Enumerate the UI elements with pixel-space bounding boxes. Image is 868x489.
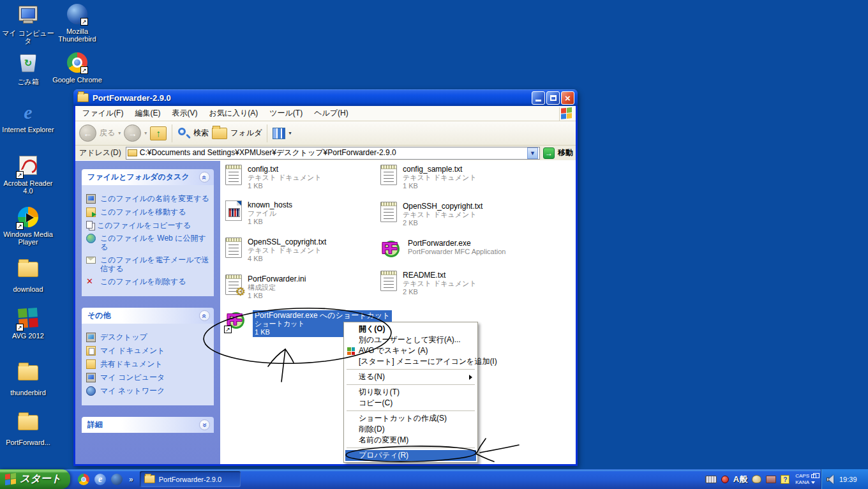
back-button[interactable]: ← <box>79 124 96 142</box>
folder-icon <box>17 415 39 437</box>
context-add-to-start-menu[interactable]: [スタート] メニューにアイコンを追加(I) <box>345 356 476 367</box>
file-config-sample-txt[interactable]: config_sample.txtテキスト ドキュメント1 KB <box>380 165 477 190</box>
file-portforwarder-ini[interactable]: PortForwarder.ini構成設定1 KB <box>225 275 306 300</box>
chrome-quicklaunch-icon[interactable] <box>78 474 89 485</box>
title-bar[interactable]: PortForwarder-2.9.0 × <box>73 89 578 106</box>
folders-label[interactable]: フォルダ <box>230 128 262 139</box>
text-file-icon <box>380 202 397 222</box>
desktop-icon-portforward-folder[interactable]: PortForward... <box>1 411 55 446</box>
desktop-icon-acrobat-reader[interactable]: Acrobat Reader 4.0 <box>1 154 55 195</box>
context-open[interactable]: 開く(O) <box>345 324 476 335</box>
menu-favorites[interactable]: お気に入り(A) <box>203 106 264 121</box>
menu-bar: ファイル(F) 編集(E) 表示(V) お気に入り(A) ツール(T) ヘルプ(… <box>75 106 576 121</box>
panel-other-places-header[interactable]: その他 <box>82 308 214 324</box>
context-run-as[interactable]: 別のユーザーとして実行(A)... <box>345 335 476 345</box>
context-send-to[interactable]: 送る(N) <box>345 372 476 382</box>
context-properties[interactable]: プロパティ(R) <box>345 450 476 461</box>
address-folder-icon <box>128 149 137 156</box>
file-openssl-copyright[interactable]: OpenSSL_copyright.txtテキスト ドキュメント4 KB <box>225 237 326 263</box>
search-label[interactable]: 検索 <box>193 128 209 139</box>
ie-quicklaunch-icon[interactable]: e <box>94 474 106 485</box>
menu-help[interactable]: ヘルプ(H) <box>308 106 354 121</box>
maximize-button[interactable] <box>546 91 560 105</box>
address-dropdown-icon[interactable]: ▼ <box>527 147 538 159</box>
avg-icon <box>347 347 355 355</box>
panel-file-tasks-header[interactable]: ファイルとフォルダのタスク <box>82 169 214 185</box>
context-copy[interactable]: コピー(C) <box>345 398 476 409</box>
notification-area: A般 CAPS KANA 19:39 <box>705 469 868 489</box>
my-computer-icon <box>17 6 39 27</box>
task-copy-file[interactable]: このファイルをコピーする <box>86 221 209 230</box>
collapse-chevron-icon[interactable] <box>199 310 210 321</box>
task-rename-file[interactable]: このファイルの名前を変更する <box>86 194 209 204</box>
folders-icon[interactable] <box>212 128 227 139</box>
dropdown-arrow-icon[interactable] <box>811 481 815 484</box>
file-readme-txt[interactable]: README.txtテキスト ドキュメント2 KB <box>380 271 477 296</box>
desktop-icon-mozilla-thunderbird[interactable]: Mozilla Thunderbird <box>50 4 104 43</box>
collapse-chevron-icon[interactable] <box>199 172 210 183</box>
link-my-network[interactable]: マイ ネットワーク <box>86 386 209 396</box>
desktop-icon-avg-2012[interactable]: AVG 2012 <box>1 307 55 340</box>
link-shared-documents[interactable]: 共有ドキュメント <box>86 359 209 369</box>
context-rename[interactable]: 名前の変更(M) <box>345 435 476 446</box>
start-button[interactable]: スタート <box>0 469 70 489</box>
panel-other-places: その他 デスクトップ マイ ドキュメント 共有ドキュメント マイ コンピュータ … <box>82 308 214 405</box>
forward-button[interactable]: → <box>124 124 141 142</box>
desktop-icon-windows-media-player[interactable]: Windows Media Player <box>1 207 55 246</box>
task-move-file[interactable]: このファイルを移動する <box>86 207 209 217</box>
desktop-icon-my-computer[interactable]: マイ コンピュータ <box>1 4 55 45</box>
portforwarder-shortcut-icon: PF <box>225 310 247 332</box>
expand-chevron-icon[interactable] <box>199 419 210 430</box>
menu-edit[interactable]: 編集(E) <box>129 106 166 121</box>
context-avg-scan[interactable]: AVG でスキャン (A) <box>345 345 476 356</box>
panel-details-header[interactable]: 詳細 <box>82 417 214 433</box>
link-desktop[interactable]: デスクトップ <box>86 333 209 342</box>
clock[interactable]: 19:39 <box>839 476 857 483</box>
taskbar-button-portforwarder[interactable]: PortForwarder-2.9.0 <box>140 471 241 487</box>
address-input[interactable]: C:¥Documents and Settings¥XPMUser¥デスクトップ… <box>126 147 540 160</box>
my-network-icon <box>86 386 96 396</box>
task-email-file[interactable]: このファイルを電子メールで送信する <box>86 255 209 273</box>
ime-mode-indicator[interactable]: A般 <box>733 474 747 485</box>
link-my-documents[interactable]: マイ ドキュメント <box>86 346 209 356</box>
go-button[interactable]: → <box>543 147 555 159</box>
thunderbird-quicklaunch-icon[interactable] <box>111 474 123 485</box>
volume-icon[interactable] <box>827 475 835 484</box>
up-button[interactable]: ↑ <box>150 126 167 140</box>
task-publish-file[interactable]: このファイルを Web に公開する <box>86 234 209 252</box>
close-button[interactable]: × <box>561 91 574 105</box>
ini-file-icon <box>225 275 242 295</box>
context-delete[interactable]: 削除(D) <box>345 424 476 435</box>
minimize-button[interactable] <box>532 91 545 105</box>
file-openssh-copyright[interactable]: OpenSSH_copyright.txtテキスト ドキュメント2 KB <box>380 202 483 227</box>
desktop-icon-google-chrome[interactable]: Google Chrome <box>50 52 104 84</box>
move-icon <box>86 207 96 217</box>
menu-separator <box>347 384 475 385</box>
views-dropdown-icon[interactable]: ▾ <box>288 130 291 136</box>
menu-tools[interactable]: ツール(T) <box>264 106 308 121</box>
desktop-icon-recycle-bin[interactable]: ↻ ごみ箱 <box>1 52 55 86</box>
forward-dropdown-icon[interactable]: ▾ <box>144 130 147 136</box>
acrobat-reader-icon <box>17 156 39 177</box>
search-icon[interactable] <box>177 127 190 140</box>
link-my-computer[interactable]: マイ コンピュータ <box>86 373 209 382</box>
task-delete-file[interactable]: このファイルを削除する <box>86 277 209 287</box>
ime-palette-icon[interactable] <box>752 475 761 483</box>
mouse-ball-icon[interactable] <box>721 476 729 483</box>
quicklaunch-overflow-icon[interactable]: » <box>129 475 133 484</box>
file-known-hosts[interactable]: known_hostsファイル1 KB <box>225 200 292 226</box>
ime-help-icon[interactable] <box>781 475 789 484</box>
desktop-icon-thunderbird-folder[interactable]: thunderbird <box>1 361 55 396</box>
desktop-icon-internet-explorer[interactable]: e Internet Explorer <box>1 102 55 133</box>
desktop-icon-download-folder[interactable]: download <box>1 258 55 293</box>
file-portforwarder-exe[interactable]: PF PortForwarder.exePortForwarder MFC Ap… <box>380 239 505 260</box>
keyboard-icon[interactable] <box>705 476 717 483</box>
menu-view[interactable]: 表示(V) <box>166 106 203 121</box>
ime-toolbox-icon[interactable] <box>766 476 776 483</box>
menu-file[interactable]: ファイル(F) <box>77 106 129 121</box>
context-cut[interactable]: 切り取り(T) <box>345 387 476 398</box>
views-button[interactable] <box>273 128 285 139</box>
back-dropdown-icon[interactable]: ▾ <box>118 130 121 136</box>
context-create-shortcut[interactable]: ショートカットの作成(S) <box>345 413 476 424</box>
file-config-txt[interactable]: config.txtテキスト ドキュメント1 KB <box>225 165 322 190</box>
